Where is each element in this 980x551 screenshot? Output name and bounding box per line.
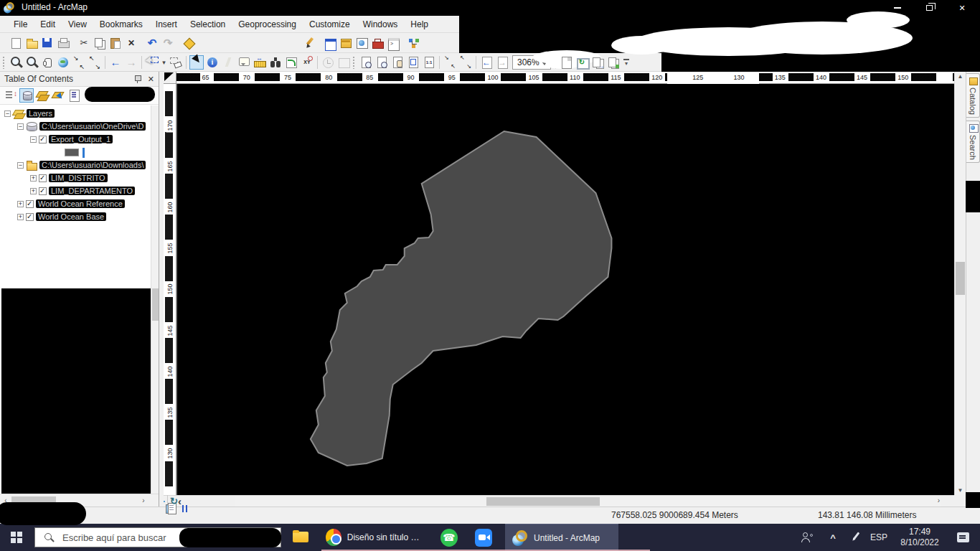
- list-by-selection-button[interactable]: [51, 88, 65, 103]
- layer-symbol-swatch[interactable]: [65, 149, 79, 156]
- zoom-out-tool[interactable]: −: [24, 55, 39, 70]
- layer-visibility-checkbox[interactable]: [26, 200, 34, 208]
- separator[interactable]: [555, 56, 556, 69]
- layer-visibility-checkbox[interactable]: [26, 213, 34, 221]
- separator[interactable]: [105, 56, 105, 69]
- go-to-xy-button[interactable]: XY: [300, 55, 314, 70]
- tree-expander-icon[interactable]: −: [4, 110, 11, 117]
- layout-view-button[interactable]: [164, 501, 165, 502]
- identify-tool[interactable]: i: [205, 55, 220, 70]
- clock[interactable]: 17:49 8/10/2022: [892, 524, 947, 551]
- layout-zoom-whole-page-button[interactable]: [406, 55, 420, 70]
- restore-button[interactable]: [918, 0, 940, 16]
- layout-zoom-100-button[interactable]: 1:1: [422, 55, 436, 70]
- redo-button[interactable]: ↷: [161, 36, 175, 50]
- python-window-button[interactable]: [386, 36, 400, 50]
- close-button[interactable]: ✕: [951, 0, 973, 16]
- layer-visibility-checkbox[interactable]: [39, 136, 47, 143]
- separator[interactable]: [141, 56, 142, 69]
- new-document-button[interactable]: [9, 36, 23, 50]
- layout-zoom-in-tool[interactable]: [359, 55, 373, 70]
- scroll-left-button[interactable]: ‹: [178, 495, 182, 507]
- pan-tool[interactable]: [40, 55, 55, 70]
- undo-button[interactable]: ↶: [145, 36, 159, 50]
- toolbar-grip[interactable]: [352, 56, 356, 69]
- layout-go-forward-button[interactable]: →: [495, 55, 509, 70]
- menu-item[interactable]: View: [62, 17, 93, 32]
- file-explorer-taskbar-button[interactable]: [286, 524, 317, 551]
- menu-item[interactable]: Insert: [149, 17, 184, 32]
- list-by-source-button[interactable]: [19, 88, 34, 103]
- arcmap-taskbar-button[interactable]: Untitled - ArcMap: [505, 524, 618, 551]
- scrollbar-thumb[interactable]: [11, 496, 56, 505]
- menu-item[interactable]: Bookmarks: [93, 17, 149, 32]
- toc-tree-row[interactable]: − Export_Output_1: [0, 133, 159, 146]
- arctoolbox-button[interactable]: [370, 36, 385, 50]
- tree-expander-icon[interactable]: −: [17, 162, 24, 169]
- scroll-down-arrow-icon[interactable]: ▼: [955, 487, 966, 494]
- separator[interactable]: [186, 56, 187, 69]
- layout-fixed-zoom-out-button[interactable]: [458, 55, 473, 70]
- notification-center-icon[interactable]: [950, 524, 976, 551]
- tray-chevron-up-icon[interactable]: ^: [824, 524, 842, 551]
- tree-expander-icon[interactable]: +: [17, 201, 24, 207]
- full-extent-button[interactable]: [56, 55, 70, 70]
- start-button[interactable]: [0, 524, 34, 551]
- tab-catalog[interactable]: Catalog: [966, 73, 980, 118]
- menu-item[interactable]: Selection: [184, 17, 232, 32]
- menu-item[interactable]: Customize: [303, 17, 357, 32]
- map-vertical-scrollbar[interactable]: ▲ ▼: [954, 72, 966, 495]
- table-of-contents-button[interactable]: [323, 36, 337, 50]
- tree-expander-icon[interactable]: +: [17, 214, 24, 220]
- layout-fixed-zoom-in-button[interactable]: [443, 55, 457, 70]
- tools-overflow[interactable]: ▾: [621, 55, 631, 70]
- menu-item[interactable]: Windows: [357, 17, 405, 32]
- taskbar-search[interactable]: [34, 527, 281, 547]
- pin-icon[interactable]: [133, 75, 142, 83]
- toc-horizontal-scrollbar[interactable]: ‹ ›: [0, 494, 159, 507]
- toc-vertical-scrollbar[interactable]: [151, 105, 159, 507]
- viewer-window-button[interactable]: [336, 55, 351, 70]
- scrollbar-thumb[interactable]: [956, 262, 965, 295]
- toc-tree-row[interactable]: + LIM_DISTRITO: [0, 171, 159, 184]
- zoom-in-tool[interactable]: +: [9, 55, 23, 70]
- tab-search[interactable]: Search: [966, 121, 980, 163]
- layout-go-back-button[interactable]: ←: [479, 55, 494, 70]
- modelbuilder-button[interactable]: [407, 36, 421, 50]
- measure-tool[interactable]: [253, 55, 267, 70]
- time-slider-button[interactable]: [321, 55, 335, 70]
- toolbar-grip[interactable]: [2, 56, 6, 69]
- toc-tree-row[interactable]: − C:\Users\usuario\OneDrive\D: [0, 120, 159, 133]
- layout-zoom-out-tool[interactable]: [374, 55, 389, 70]
- layer-visibility-checkbox[interactable]: [39, 187, 47, 195]
- separator[interactable]: [439, 56, 440, 69]
- toc-close-icon[interactable]: ✕: [148, 75, 154, 84]
- search-input[interactable]: [35, 528, 281, 547]
- menu-item[interactable]: File: [7, 17, 34, 32]
- list-by-visibility-button[interactable]: [35, 88, 50, 103]
- scrollbar-thumb[interactable]: [486, 497, 600, 506]
- change-layout-button[interactable]: [590, 55, 605, 70]
- toc-tree-row[interactable]: + World Ocean Base: [0, 210, 159, 223]
- catalog-window-button[interactable]: [339, 36, 353, 50]
- refresh-view-button[interactable]: ↻: [170, 496, 178, 507]
- save-button[interactable]: [40, 36, 55, 50]
- find-button[interactable]: [268, 55, 283, 70]
- go-forward-extent-button[interactable]: →: [124, 55, 138, 70]
- toc-tree-row[interactable]: [0, 146, 159, 159]
- toc-tree-row[interactable]: − Layers: [0, 107, 159, 120]
- toc-tree-row[interactable]: − C:\Users\usuario\Downloads\: [0, 159, 159, 171]
- scrollbar-thumb[interactable]: [152, 288, 159, 321]
- find-route-button[interactable]: [284, 55, 298, 70]
- scroll-right-arrow-icon[interactable]: ›: [938, 496, 940, 504]
- scroll-right-arrow-icon[interactable]: ›: [138, 496, 149, 504]
- select-features-tool[interactable]: [145, 55, 159, 70]
- data-driven-pages-button[interactable]: [606, 55, 621, 70]
- open-button[interactable]: [24, 36, 39, 50]
- toc-options-button[interactable]: [67, 88, 81, 103]
- clear-selection-button[interactable]: [169, 55, 183, 70]
- whatsapp-taskbar-button[interactable]: ☎: [433, 524, 465, 551]
- zoom-taskbar-button[interactable]: [468, 524, 499, 551]
- layout-zoom-percent-combo[interactable]: 306%: [512, 55, 551, 70]
- hyperlink-tool[interactable]: [221, 55, 235, 70]
